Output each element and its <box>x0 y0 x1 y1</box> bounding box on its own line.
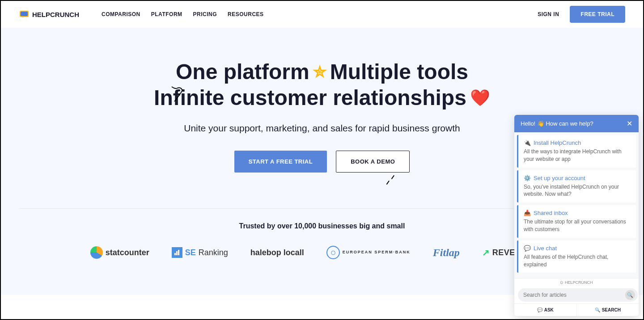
chat-card-inbox[interactable]: 📥Shared inbox The ultimate stop for all … <box>517 205 636 238</box>
inbox-icon: 📥 <box>524 210 531 216</box>
svg-rect-2 <box>174 253 176 255</box>
logo-espermbank: ◯ EUROPEAN SPERM·BANK <box>326 246 411 259</box>
chat-card-setup[interactable]: ⚙️Set up your account So, you've install… <box>517 170 636 203</box>
logo-halebop: halebop locall <box>250 248 304 257</box>
search-tab-icon: 🔍 <box>595 307 600 312</box>
hero-line1a: One platform <box>176 59 309 85</box>
header: HELPCRUNCH COMPARISON PLATFORM PRICING R… <box>1 1 643 28</box>
hero-title: One platform ✮ Multiple tools Infinite c… <box>154 59 490 110</box>
chat-tab-ask[interactable]: 💬 ASK <box>514 304 577 316</box>
heart-icon: ❤️ <box>470 88 490 107</box>
chat-card-livechat[interactable]: 💬Live chat All features of the HelpCrunc… <box>517 240 636 273</box>
free-trial-button[interactable]: FREE TRIAL <box>570 6 625 23</box>
svg-rect-1 <box>21 12 28 16</box>
close-icon[interactable]: ✕ <box>627 119 632 128</box>
chat-brand-label: ⊙ HELPCRUNCH <box>514 278 639 286</box>
nav-pricing[interactable]: PRICING <box>193 11 217 17</box>
plug-icon: 🔌 <box>524 139 531 146</box>
header-left: HELPCRUNCH COMPARISON PLATFORM PRICING R… <box>19 9 264 20</box>
hero-line1b: Multiple tools <box>330 59 468 85</box>
chat-card-install[interactable]: 🔌Install HelpCrunch All the ways to inte… <box>517 135 636 168</box>
statcounter-icon <box>90 246 103 259</box>
seranking-icon <box>172 247 182 258</box>
logo-icon <box>19 9 30 20</box>
chat-tabs: 💬 ASK 🔍 SEARCH <box>514 303 639 316</box>
logo-text: HELPCRUNCH <box>32 11 79 18</box>
espermbank-icon: ◯ <box>326 246 340 259</box>
chat-header-text: Hello! 👋 How can we help? <box>521 120 593 127</box>
logo-seranking: SERanking <box>172 247 228 258</box>
start-trial-button[interactable]: START A FREE TRIAL <box>234 151 327 173</box>
chat-footer: ⊙ HELPCRUNCH 🔍 💬 ASK 🔍 SEARCH <box>514 278 639 316</box>
gear-icon: ⚙️ <box>524 175 531 181</box>
arrow-decoration <box>382 172 398 189</box>
nav: COMPARISON PLATFORM PRICING RESOURCES <box>102 11 264 17</box>
revgrid-arrow-icon: ↗ <box>482 247 490 258</box>
nav-resources[interactable]: RESOURCES <box>228 11 264 17</box>
header-right: SIGN IN FREE TRIAL <box>538 6 625 23</box>
logo-statcounter: statcounter <box>90 246 149 259</box>
chat-icon: 💬 <box>524 245 531 252</box>
chat-tab-search[interactable]: 🔍 SEARCH <box>577 304 639 316</box>
sign-in-link[interactable]: SIGN IN <box>538 11 559 17</box>
svg-rect-3 <box>176 251 178 255</box>
hero-line2: Infinite customer relationships <box>154 85 466 111</box>
ask-icon: 💬 <box>537 307 542 312</box>
svg-rect-4 <box>178 250 179 255</box>
nav-comparison[interactable]: COMPARISON <box>102 11 140 17</box>
squiggle-decoration <box>171 86 184 107</box>
chat-search-input[interactable] <box>518 288 638 302</box>
chat-search: 🔍 <box>514 286 639 303</box>
nav-platform[interactable]: PLATFORM <box>151 11 182 17</box>
chat-body[interactable]: 🔌Install HelpCrunch All the ways to inte… <box>514 132 639 278</box>
chat-header: Hello! 👋 How can we help? ✕ <box>514 115 639 132</box>
chat-widget: Hello! 👋 How can we help? ✕ 🔌Install Hel… <box>514 115 639 316</box>
book-demo-button[interactable]: BOOK A DEMO <box>336 151 410 173</box>
logo[interactable]: HELPCRUNCH <box>19 9 79 20</box>
logo-fitlap: Fitlap <box>433 247 460 259</box>
star-icon: ✮ <box>313 62 326 81</box>
